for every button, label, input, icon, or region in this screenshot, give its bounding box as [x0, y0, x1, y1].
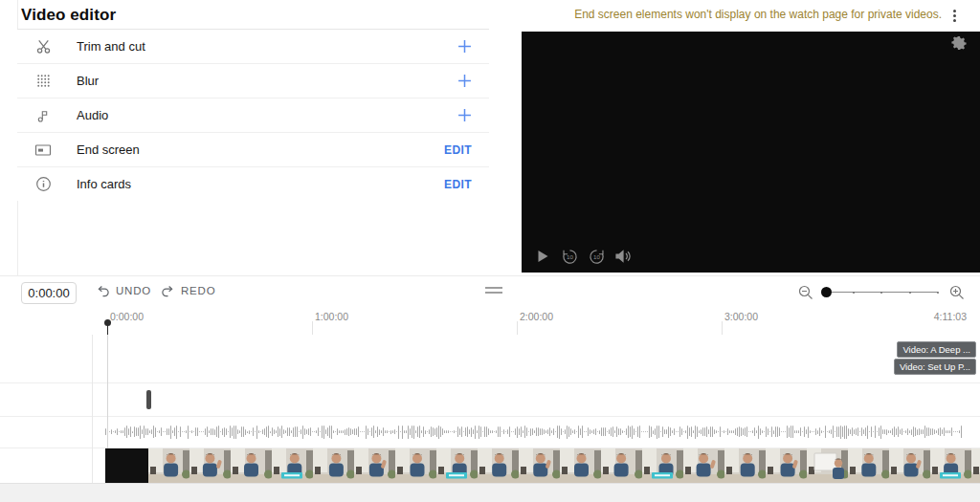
filmstrip-thumbnail — [889, 448, 930, 483]
tool-row-end-screen[interactable]: End screenEDIT — [17, 133, 489, 167]
filmstrip-thumbnail — [683, 448, 724, 483]
ruler-tick — [517, 321, 518, 335]
zoom-slider-tick — [880, 292, 882, 294]
audio-track-header — [17, 416, 92, 447]
filmstrip-thumbnail — [478, 448, 519, 483]
redo-button[interactable]: REDO — [161, 284, 215, 297]
add-blur-button[interactable] — [457, 74, 472, 88]
info-cards-track-header — [17, 382, 92, 416]
timeline-ruler[interactable]: 4:11:03 0:00:001:00:002:00:003:00:00 — [0, 308, 980, 336]
track-header-divider — [92, 335, 93, 483]
info-card-marker[interactable] — [146, 390, 151, 409]
end-screen-clip-chip[interactable]: Video: Set Up P... — [894, 359, 976, 375]
tool-row-info-cards[interactable]: Info cardsEDIT — [17, 167, 489, 201]
ruler-tick — [722, 321, 723, 335]
gear-icon[interactable] — [946, 32, 972, 55]
tool-label: Audio — [77, 108, 108, 122]
volume-icon[interactable] — [610, 245, 636, 268]
add-trim-and-cut-button[interactable] — [457, 39, 472, 54]
video-filmstrip-lane[interactable] — [92, 447, 980, 483]
redo-icon — [161, 284, 175, 297]
audio-waveform — [92, 416, 980, 447]
track-row-audio — [0, 416, 980, 448]
filmstrip-thumbnail — [519, 448, 560, 483]
end-screen-track-header — [17, 335, 92, 382]
filmstrip-thumbnail — [724, 448, 766, 483]
music-note-icon — [34, 107, 52, 124]
filmstrip-thumbnail — [601, 448, 642, 483]
track-row-end-screen: Video: A Deep ...Video: Set Up P... — [0, 335, 980, 383]
play-icon[interactable] — [529, 245, 556, 268]
film-clip-icon — [31, 456, 50, 475]
video-player-viewport: 1010 — [522, 32, 980, 273]
blur-icon — [34, 73, 52, 90]
scissors-icon — [34, 38, 52, 55]
video-track-header — [17, 447, 92, 483]
filmstrip-thumbnail — [436, 448, 478, 483]
ruler-mark-label: 3:00:00 — [724, 311, 758, 322]
ruler-mark-label: 0:00:00 — [110, 311, 144, 322]
tool-row-trim-and-cut[interactable]: Trim and cut — [17, 30, 489, 64]
add-audio-button[interactable] — [457, 108, 472, 122]
filmstrip-thumbnail — [231, 448, 272, 483]
undo-icon — [96, 284, 110, 297]
filmstrip-thumbnail — [189, 448, 231, 483]
filmstrip-thumbnail — [313, 448, 354, 483]
timeline-resize-handle[interactable] — [485, 287, 502, 295]
filmstrip-thumbnail — [148, 448, 189, 483]
edit-pencil-icon[interactable] — [71, 391, 88, 408]
edit-pencil-icon[interactable] — [71, 350, 88, 367]
filmstrip-thumbnail — [642, 448, 683, 483]
zoom-slider-tick — [853, 292, 855, 294]
video-editor-page: Video editor End screen elements won't d… — [0, 0, 980, 502]
filmstrip-thumbnail — [807, 448, 848, 483]
filmstrip-thumbnail — [971, 448, 980, 483]
tools-panel: Trim and cutBlurAudioEnd screenEDITInfo … — [17, 30, 489, 201]
timeline-toolbar: 0:00:00 UNDO REDO — [0, 275, 980, 309]
info-icon — [34, 176, 52, 193]
filmstrip-thumbnail — [848, 448, 889, 483]
end-screen-clip-chip[interactable]: Video: A Deep ... — [897, 341, 976, 358]
undo-label: UNDO — [116, 285, 151, 296]
info-cards-lane[interactable] — [92, 382, 980, 416]
ruler-mark-label: 2:00:00 — [520, 311, 553, 322]
undo-button[interactable]: UNDO — [96, 284, 151, 297]
track-row-info-cards — [0, 382, 980, 417]
timeline-tracks: Video: A Deep ...Video: Set Up P... — [0, 335, 980, 483]
current-time-field[interactable]: 0:00:00 — [21, 282, 77, 304]
tool-label: Trim and cut — [77, 39, 145, 54]
bottom-strip — [0, 483, 980, 502]
tool-row-audio[interactable]: Audio — [17, 98, 489, 133]
zoom-out-icon[interactable] — [796, 283, 815, 302]
end-screen-lane[interactable]: Video: A Deep ...Video: Set Up P... — [92, 335, 980, 382]
tool-label: Blur — [77, 74, 99, 88]
forward-10-icon[interactable]: 10 — [583, 245, 610, 268]
end-screen-icon — [31, 349, 50, 368]
edit-end-screen-button[interactable]: EDIT — [444, 143, 472, 157]
timeline-zoom-control — [796, 280, 967, 305]
zoom-in-icon[interactable] — [947, 283, 967, 302]
tool-row-blur[interactable]: Blur — [17, 64, 489, 98]
player-controls-bar: 1010 — [522, 240, 980, 273]
zoom-slider-thumb[interactable] — [821, 287, 832, 297]
filmstrip-thumbnail — [105, 448, 148, 483]
filmstrip-thumbnail — [354, 448, 395, 483]
zoom-slider[interactable] — [823, 283, 940, 302]
edit-info-cards-button[interactable]: EDIT — [444, 178, 472, 191]
end-screen-icon — [34, 142, 52, 159]
audio-waveform-lane[interactable] — [92, 416, 980, 447]
kebab-menu-icon[interactable] — [946, 6, 963, 25]
ruler-mark-label: 1:00:00 — [315, 311, 348, 322]
svg-text:10: 10 — [567, 253, 573, 260]
ruler-tick — [312, 321, 313, 335]
track-row-video — [0, 447, 980, 484]
rewind-10-icon[interactable]: 10 — [556, 245, 583, 268]
music-note-icon — [31, 423, 50, 442]
ruler-end-time: 4:11:03 — [934, 311, 967, 322]
private-video-notice: End screen elements won't display on the… — [574, 8, 942, 21]
filmstrip-thumbnail — [395, 448, 436, 483]
tool-label: End screen — [77, 142, 140, 157]
playhead-stem — [107, 324, 109, 335]
tool-label: Info cards — [77, 177, 131, 191]
svg-text:10: 10 — [593, 253, 600, 260]
